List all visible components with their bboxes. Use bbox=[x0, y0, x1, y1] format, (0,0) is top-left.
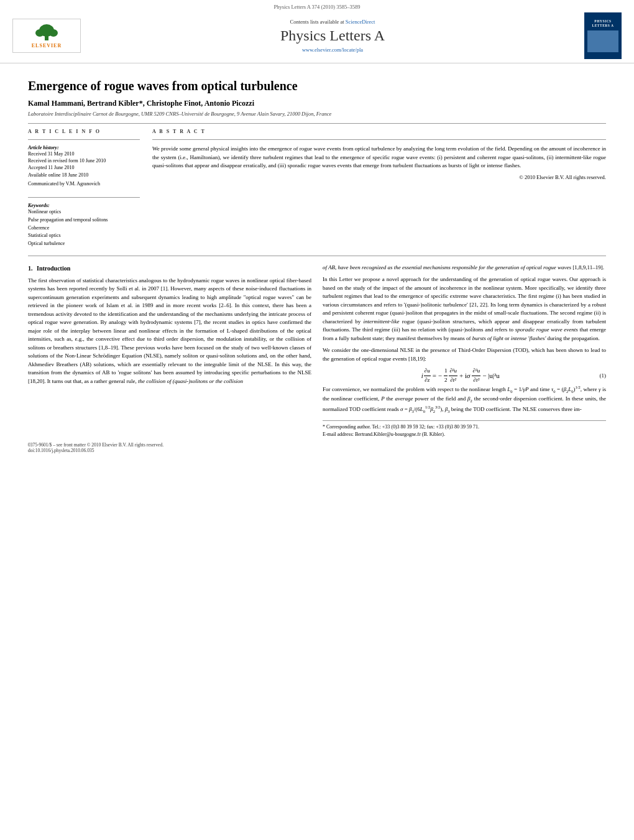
article-info-title: A R T I C L E I N F O bbox=[28, 129, 140, 134]
issn-text: 0375-9601/$ – see front matter © 2010 El… bbox=[28, 442, 606, 448]
revised-date: Received in revised form 10 June 2010 bbox=[28, 157, 140, 164]
keyword-3: Coherence bbox=[28, 224, 140, 233]
body-two-col: 1. Introduction The first observation of… bbox=[28, 264, 606, 438]
keyword-2: Pulse propagation and temporal solitons bbox=[28, 216, 140, 224]
equation-number-1: (1) bbox=[600, 372, 607, 381]
divider-body bbox=[28, 256, 606, 256]
right-col-opening: of AB, have been recognized as the essen… bbox=[323, 264, 606, 272]
article-info-abstract: A R T I C L E I N F O Article history: R… bbox=[28, 129, 606, 248]
elsevier-logo: ELSEVIER bbox=[12, 19, 81, 53]
equation-1-container: i ∂u ∂z = − 1 2 ∂²u ∂t² bbox=[323, 367, 606, 384]
svg-point-2 bbox=[35, 29, 44, 37]
sciencedirect-link[interactable]: ScienceDirect bbox=[346, 19, 375, 25]
abstract-panel: A B S T R A C T We provide some general … bbox=[152, 129, 606, 248]
paper-title: Emergence of rogue waves from optical tu… bbox=[28, 78, 606, 94]
divider-1 bbox=[28, 123, 606, 124]
contents-line: Contents lists available at ScienceDirec… bbox=[81, 19, 584, 25]
intro-section-title: 1. Introduction bbox=[28, 264, 311, 273]
section-title-text: Introduction bbox=[37, 265, 70, 272]
journal-header-content: ELSEVIER Contents lists available at Sci… bbox=[12, 12, 622, 63]
section-number: 1. bbox=[28, 265, 33, 272]
keyword-5: Optical turbulence bbox=[28, 240, 140, 248]
right-col-para4: For convenience, we normalized the probl… bbox=[323, 384, 606, 414]
received-date: Received 31 May 2010 bbox=[28, 150, 140, 157]
article-info-panel: A R T I C L E I N F O Article history: R… bbox=[28, 129, 140, 248]
journal-title-block: Contents lists available at ScienceDirec… bbox=[81, 19, 584, 53]
history-label: Article history: bbox=[28, 145, 140, 150]
communicated-by: Communicated by V.M. Agranovich bbox=[28, 180, 140, 187]
abstract-copyright: © 2010 Elsevier B.V. All rights reserved… bbox=[152, 174, 606, 180]
corresponding-author: * Corresponding author. Tel.: +33 (0)3 8… bbox=[323, 423, 606, 431]
body-col-right: of AB, have been recognized as the essen… bbox=[323, 264, 606, 438]
divider-abstract bbox=[152, 139, 606, 140]
body-col-left: 1. Introduction The first observation of… bbox=[28, 264, 311, 438]
divider-info bbox=[28, 139, 140, 140]
svg-point-3 bbox=[49, 29, 58, 37]
contents-text: Contents lists available at bbox=[290, 19, 344, 25]
right-col-para3: We consider the one-dimensional NLSE in … bbox=[323, 346, 606, 363]
abstract-title: A B S T R A C T bbox=[152, 129, 606, 134]
keywords-list: Nonlinear optics Pulse propagation and t… bbox=[28, 208, 140, 248]
keywords-label: Keywords: bbox=[28, 203, 140, 208]
cover-title: PHYSICS LETTERS A bbox=[586, 19, 620, 28]
journal-url[interactable]: www.elsevier.com/locate/pla bbox=[81, 47, 584, 53]
journal-info: Physics Letters A 374 (2010) 3585–3589 bbox=[273, 4, 360, 10]
elsevier-text: ELSEVIER bbox=[32, 43, 62, 48]
journal-header: Physics Letters A 374 (2010) 3585–3589 E… bbox=[0, 0, 634, 63]
doi-text[interactable]: doi:10.1016/j.physleta.2010.06.035 bbox=[28, 448, 606, 453]
accepted-date: Accepted 11 June 2010 bbox=[28, 164, 140, 171]
journal-name: Physics Letters A bbox=[81, 27, 584, 44]
keyword-4: Statistical optics bbox=[28, 232, 140, 240]
paper-content: Emergence of rogue waves from optical tu… bbox=[0, 63, 634, 463]
authors-text: Kamal Hammani, Bertrand Kibler*, Christo… bbox=[28, 99, 254, 108]
right-col-para2: In this Letter we propose a novel approa… bbox=[323, 275, 606, 343]
abstract-text: We provide some general physical insight… bbox=[152, 145, 606, 170]
paper-authors: Kamal Hammani, Bertrand Kibler*, Christo… bbox=[28, 99, 606, 108]
footer-note: * Corresponding author. Tel.: +33 (0)3 8… bbox=[323, 420, 606, 438]
email-line: E-mail address: Bertrand.Kibler@u-bourgo… bbox=[323, 431, 606, 438]
keyword-1: Nonlinear optics bbox=[28, 208, 140, 216]
available-date: Available online 18 June 2010 bbox=[28, 172, 140, 178]
journal-cover: PHYSICS LETTERS A bbox=[584, 12, 622, 59]
journal-top-bar: Physics Letters A 374 (2010) 3585–3589 bbox=[12, 4, 622, 10]
elsevier-tree-icon bbox=[31, 23, 62, 42]
divider-keywords bbox=[28, 197, 140, 198]
paper-affiliation: Laboratoire Interdisciplinaire Carnot de… bbox=[28, 111, 606, 117]
equation-1: i ∂u ∂z = − 1 2 ∂²u ∂t² bbox=[323, 367, 600, 384]
intro-paragraph-1: The first observation of statistical cha… bbox=[28, 277, 311, 386]
issn-line: 0375-9601/$ – see front matter © 2010 El… bbox=[28, 442, 606, 453]
page: Physics Letters A 374 (2010) 3585–3589 E… bbox=[0, 0, 634, 840]
